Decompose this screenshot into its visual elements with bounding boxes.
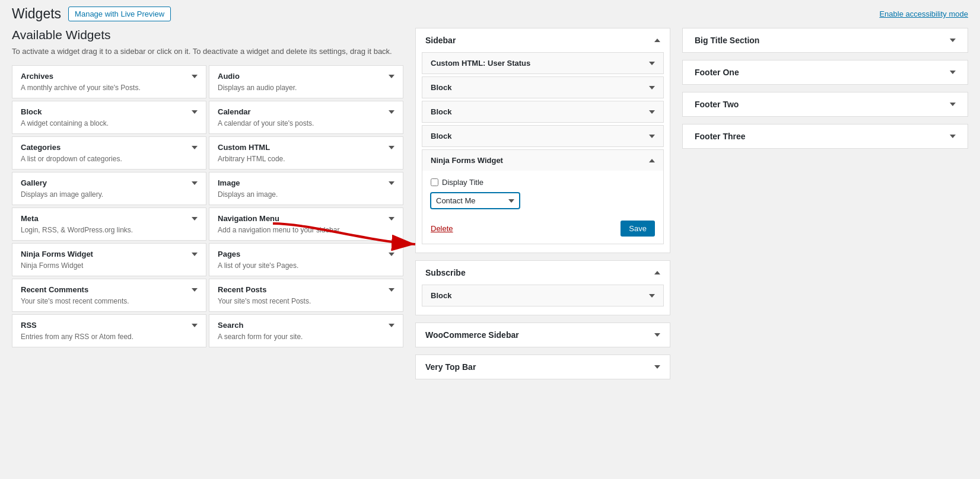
footer-two-section-header[interactable]: Footer Two xyxy=(683,92,968,116)
footer-one-title: Footer One xyxy=(695,68,739,77)
subscribe-section: Subscribe Block xyxy=(415,260,670,315)
delete-link[interactable]: Delete xyxy=(431,224,453,233)
widget-audio[interactable]: Audio Displays an audio player. xyxy=(209,65,403,98)
subscribe-widget-block[interactable]: Block xyxy=(422,285,664,306)
chevron-down-icon xyxy=(192,253,198,256)
widget-calendar-desc: A calendar of your site's posts. xyxy=(218,119,394,127)
widget-gallery-desc: Displays an image gallery. xyxy=(21,190,198,199)
widget-image-name: Image xyxy=(218,178,240,187)
very-top-bar-section: Very Top Bar xyxy=(415,355,670,379)
footer-three-section: Footer Three xyxy=(682,124,968,149)
chevron-down-icon xyxy=(950,39,956,42)
widget-custom-html-name: Custom HTML xyxy=(218,143,270,152)
big-title-section-title: Big Title Section xyxy=(695,36,759,45)
ninja-forms-widget-body: Display Title Contact Me Delete Save xyxy=(422,171,663,244)
chevron-down-icon xyxy=(654,333,660,337)
footer-two-title: Footer Two xyxy=(695,100,739,109)
footer-one-section: Footer One xyxy=(682,60,968,85)
chevron-down-icon xyxy=(192,181,198,185)
chevron-down-icon xyxy=(389,288,394,292)
widget-image-desc: Displays an image. xyxy=(218,190,394,199)
widget-ninja-forms[interactable]: Ninja Forms Widget Ninja Forms Widget xyxy=(12,243,206,276)
chevron-up-icon xyxy=(654,271,660,274)
ninja-forms-widget-header[interactable]: Ninja Forms Widget xyxy=(422,150,663,171)
widget-recent-posts[interactable]: Recent Posts Your site's most recent Pos… xyxy=(209,279,403,312)
subscribe-section-header[interactable]: Subscribe xyxy=(416,261,670,285)
sidebar-widget-custom-html-label: Custom HTML: User Status xyxy=(431,59,530,68)
widget-audio-desc: Displays an audio player. xyxy=(218,84,394,92)
widget-search-name: Search xyxy=(218,321,243,330)
woocommerce-sidebar-header[interactable]: WooCommerce Sidebar xyxy=(416,323,670,347)
sidebar-widget-block-2[interactable]: Block xyxy=(422,101,664,123)
widget-meta[interactable]: Meta Login, RSS, & WordPress.org links. xyxy=(12,207,206,241)
subscribe-section-title: Subscribe xyxy=(425,268,466,277)
widget-meta-desc: Login, RSS, & WordPress.org links. xyxy=(21,226,198,234)
contact-me-select[interactable]: Contact Me xyxy=(431,193,520,209)
chevron-down-icon xyxy=(192,110,198,114)
widget-pages[interactable]: Pages A list of your site's Pages. xyxy=(209,243,403,276)
footer-three-section-header[interactable]: Footer Three xyxy=(683,124,968,148)
widget-custom-html[interactable]: Custom HTML Arbitrary HTML code. xyxy=(209,136,403,170)
widget-rss[interactable]: RSS Entries from any RSS or Atom feed. xyxy=(12,314,206,347)
very-top-bar-header[interactable]: Very Top Bar xyxy=(416,355,670,379)
widget-archives[interactable]: Archives A monthly archive of your site'… xyxy=(12,65,206,98)
chevron-down-icon xyxy=(389,146,394,149)
chevron-down-icon xyxy=(649,110,655,114)
sidebar-content: Custom HTML: User Status Block Block Blo… xyxy=(416,52,670,253)
chevron-down-icon xyxy=(192,75,198,78)
right-panel: Big Title Section Footer One Footer Two … xyxy=(682,28,968,387)
widget-categories-name: Categories xyxy=(21,143,61,152)
chevron-down-icon xyxy=(649,135,655,138)
widget-navigation-menu-name: Navigation Menu xyxy=(218,214,279,223)
display-title-checkbox[interactable] xyxy=(431,178,438,186)
widget-recent-posts-name: Recent Posts xyxy=(218,285,266,294)
widget-archives-name: Archives xyxy=(21,72,53,81)
chevron-down-icon xyxy=(950,103,956,106)
accessibility-link[interactable]: Enable accessibility mode xyxy=(879,9,968,18)
widget-search[interactable]: Search A search form for your site. xyxy=(209,314,403,347)
widget-audio-name: Audio xyxy=(218,72,240,81)
sidebar-widget-block-2-label: Block xyxy=(431,107,451,116)
chevron-down-icon xyxy=(649,62,655,65)
chevron-down-icon xyxy=(950,71,956,74)
display-title-row: Display Title xyxy=(431,178,655,187)
chevron-down-icon xyxy=(192,217,198,221)
sidebar-section-title: Sidebar xyxy=(425,36,456,45)
widget-rss-desc: Entries from any RSS or Atom feed. xyxy=(21,333,198,341)
chevron-down-icon xyxy=(192,146,198,149)
sidebar-widget-block-3[interactable]: Block xyxy=(422,125,664,147)
big-title-section-header[interactable]: Big Title Section xyxy=(683,28,968,52)
widget-image[interactable]: Image Displays an image. xyxy=(209,172,403,205)
widget-custom-html-desc: Arbitrary HTML code. xyxy=(218,155,394,163)
footer-two-section: Footer Two xyxy=(682,92,968,117)
big-title-section: Big Title Section xyxy=(682,28,968,53)
save-button[interactable]: Save xyxy=(621,221,655,237)
widget-categories[interactable]: Categories A list or dropdown of categor… xyxy=(12,136,206,170)
widget-ninja-forms-name: Ninja Forms Widget xyxy=(21,250,93,258)
widget-recent-posts-desc: Your site's most recent Posts. xyxy=(218,297,394,305)
chevron-down-icon xyxy=(389,181,394,185)
widget-block[interactable]: Block A widget containing a block. xyxy=(12,101,206,134)
page-title: Widgets xyxy=(12,6,61,22)
widget-recent-comments-desc: Your site's most recent comments. xyxy=(21,297,198,305)
widget-ninja-forms-desc: Ninja Forms Widget xyxy=(21,261,198,270)
widget-navigation-menu[interactable]: Navigation Menu Add a navigation menu to… xyxy=(209,207,403,241)
chevron-down-icon xyxy=(649,294,655,298)
chevron-down-icon xyxy=(654,365,660,369)
widget-gallery[interactable]: Gallery Displays an image gallery. xyxy=(12,172,206,205)
widget-pages-name: Pages xyxy=(218,250,240,258)
sidebar-widget-block-1-label: Block xyxy=(431,83,451,92)
widget-recent-comments[interactable]: Recent Comments Your site's most recent … xyxy=(12,279,206,312)
very-top-bar-title: Very Top Bar xyxy=(425,362,476,372)
sidebar-section-header[interactable]: Sidebar xyxy=(416,28,670,52)
ninja-forms-widget-expanded: Ninja Forms Widget Display Title Contact… xyxy=(422,149,664,244)
widget-recent-comments-name: Recent Comments xyxy=(21,285,88,294)
widget-meta-name: Meta xyxy=(21,214,39,223)
sidebar-widget-block-1[interactable]: Block xyxy=(422,76,664,98)
widget-calendar[interactable]: Calendar A calendar of your site's posts… xyxy=(209,101,403,134)
widget-categories-desc: A list or dropdown of categories. xyxy=(21,155,198,163)
manage-live-preview-button[interactable]: Manage with Live Preview xyxy=(68,7,171,21)
sidebar-widget-custom-html[interactable]: Custom HTML: User Status xyxy=(422,52,664,74)
footer-one-section-header[interactable]: Footer One xyxy=(683,60,968,84)
chevron-up-icon xyxy=(649,159,655,162)
